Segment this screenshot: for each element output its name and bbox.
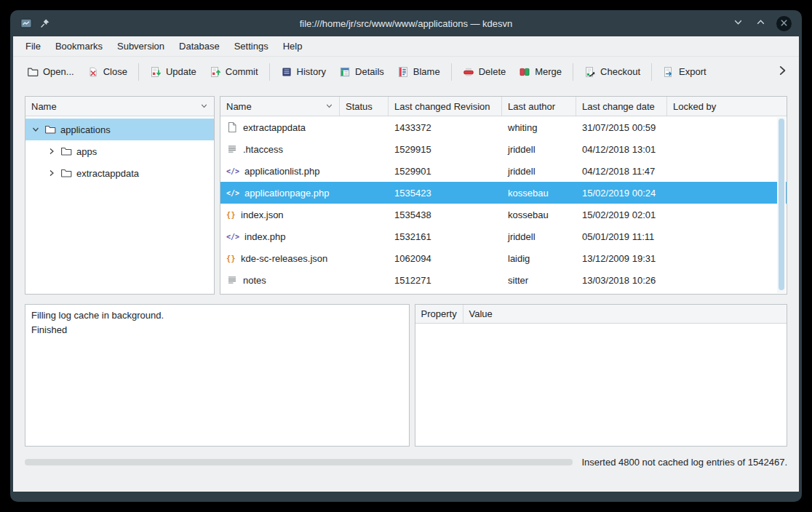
file-row-indexphp[interactable]: </> index.php 1532161 jriddell 05/01/201… [220,225,787,247]
content-area: Name applications apps [13,87,799,492]
delete-button[interactable]: Delete [456,62,513,82]
maximize-button[interactable] [754,15,768,31]
chevron-right-icon [776,64,789,79]
tree-item-label: applications [60,124,111,135]
vertical-scrollbar[interactable] [777,117,786,293]
column-header-author[interactable]: Last author [502,97,576,116]
file-date: 13/03/2018 10:26 [576,275,667,286]
file-date: 04/12/2018 11:47 [576,166,667,177]
blame-icon [397,66,409,78]
file-row-kdescreleases[interactable]: {} kde-sc-releases.json 1062094 laidig 1… [220,247,787,269]
column-header-locked[interactable]: Locked by [667,97,787,116]
menu-subversion[interactable]: Subversion [110,38,172,55]
file-author: jriddell [502,166,576,177]
menu-database[interactable]: Database [172,38,227,55]
checkout-button[interactable]: Checkout [578,62,647,82]
open-folder-icon [27,66,39,78]
file-icon [226,121,238,133]
tree-header-name[interactable]: Name [25,97,214,116]
kdesvn-window: file:///home/jr/src/www/www/applications… [10,10,802,502]
file-row-htaccess[interactable]: .htaccess 1529915 jriddell 04/12/2018 13… [220,138,787,160]
toolbar-separator [451,63,452,81]
tree-item-applications[interactable]: applications [25,119,214,140]
file-row-applicationpage[interactable]: </> applicationpage.php 1535423 kossebau… [220,182,787,204]
file-author: laidig [502,253,576,264]
file-list-body: extractappdata 1433372 whiting 31/07/201… [220,116,787,294]
open-label: Open... [43,66,74,77]
file-author: kossebau [502,209,576,220]
menu-settings[interactable]: Settings [227,38,276,55]
file-revision: 1532161 [389,231,502,242]
chevron-down-icon[interactable] [31,126,40,133]
file-row-indexjson[interactable]: {} index.json 1535438 kossebau 15/02/201… [220,204,787,225]
column-header-name[interactable]: Name [220,97,340,116]
file-revision: 1529915 [389,144,502,155]
tree-header-label: Name [31,101,57,112]
file-name: .htaccess [243,144,283,155]
log-line: Filling log cache in background. [31,308,403,323]
php-file-icon: </> [226,167,239,175]
column-header-value[interactable]: Value [463,305,787,323]
details-button[interactable]: Details [333,62,391,82]
file-row-extractappdata[interactable]: extractappdata 1433372 whiting 31/07/201… [220,116,787,138]
column-header-date[interactable]: Last change date [576,97,667,116]
titlebar[interactable]: file:///home/jr/src/www/www/applications… [10,10,802,36]
menu-file[interactable]: File [18,38,48,55]
toolbar-overflow-button[interactable] [773,61,792,82]
folder-icon [60,167,72,179]
toolbar-separator [138,63,139,81]
file-name: index.php [244,231,285,242]
export-label: Export [679,66,706,77]
file-revision: 1512271 [389,275,502,286]
chevron-right-icon[interactable] [47,148,56,155]
file-revision: 1535423 [389,188,502,199]
json-file-icon: {} [226,211,236,219]
column-header-property[interactable]: Property [415,305,463,323]
file-name: extractappdata [243,122,306,133]
file-row-applicationlist[interactable]: </> applicationlist.php 1529901 jriddell… [220,160,787,182]
menu-help[interactable]: Help [276,38,310,55]
blame-label: Blame [413,66,440,77]
file-row-notes[interactable]: notes 1512271 sitter 13/03/2018 10:26 [220,269,787,291]
close-button[interactable] [776,16,792,31]
file-revision: 1535438 [389,209,502,220]
export-button[interactable]: Export [656,62,713,82]
column-header-status[interactable]: Status [340,97,389,116]
commit-button[interactable]: Commit [203,62,265,82]
toolbar: Open... Close Update Commit History [13,57,799,87]
app-icon[interactable] [20,17,32,29]
text-file-icon [226,143,238,155]
minimize-button[interactable] [731,15,745,31]
pin-icon[interactable] [39,17,51,29]
details-icon [339,66,351,78]
close-file-button[interactable]: Close [81,62,134,82]
scrollbar-thumb[interactable] [779,119,784,290]
folder-icon [44,124,56,135]
file-date: 05/01/2019 11:11 [576,231,667,242]
history-label: History [297,66,326,77]
tree-item-extractappdata[interactable]: extractappdata [25,162,214,184]
blame-button[interactable]: Blame [391,62,447,82]
window-title: file:///home/jr/src/www/www/applications… [10,18,802,29]
chevron-up-icon [755,17,766,30]
commit-label: Commit [226,66,258,77]
tree-item-apps[interactable]: apps [25,140,214,162]
chevron-down-icon [733,17,744,30]
file-date: 15/02/2019 02:01 [576,209,667,220]
file-name: applicationpage.php [244,188,329,199]
checkout-icon [584,66,596,78]
chevron-right-icon[interactable] [47,169,56,177]
merge-button[interactable]: Merge [512,62,568,82]
open-button[interactable]: Open... [20,62,81,82]
update-icon [150,66,162,78]
delete-icon [463,66,474,78]
update-button[interactable]: Update [143,62,203,82]
file-author: jriddell [502,144,576,155]
column-header-revision[interactable]: Last changed Revision [389,97,502,116]
statusbar: Inserted 4800 not cached log entries of … [25,457,787,468]
file-date: 15/02/2019 00:24 [576,188,667,199]
file-name: applicationlist.php [244,166,319,177]
menu-bookmarks[interactable]: Bookmarks [48,38,110,55]
properties-header: Property Value [415,305,787,324]
history-button[interactable]: History [274,62,333,82]
